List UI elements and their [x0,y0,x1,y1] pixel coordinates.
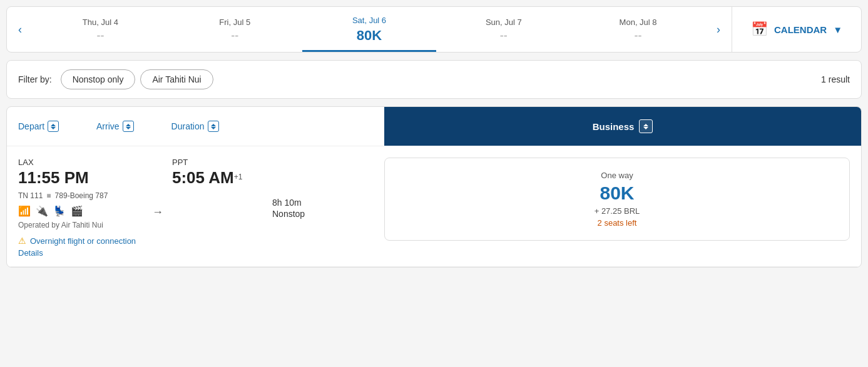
date-price-mon: -- [635,29,642,43]
price-section: One way 80K + 27.25 BRL 2 seats left [384,158,850,241]
date-label-thu: Thu, Jul 4 [83,18,118,27]
date-item-mon-jul8[interactable]: Mon, Jul 8 -- [571,7,705,52]
result-count: 1 result [821,74,850,84]
sort-down-icon [211,127,216,129]
prev-date-button[interactable]: ‹ [7,7,33,52]
cabin-class-label: Business [593,121,635,132]
duration-section: 8h 10m Nonstop [272,158,305,258]
amenities-icons: 📶 🔌 💺 🎬 [18,205,143,217]
results-container: Depart Arrive Duration [6,106,862,268]
calendar-label: CALENDAR [774,24,827,35]
depart-sort-header[interactable]: Depart [18,121,59,132]
date-item-fri-jul5[interactable]: Fri, Jul 5 -- [168,7,302,52]
arrive-header-label: Arrive [96,121,120,131]
depart-header-label: Depart [18,121,44,131]
date-label-mon: Mon, Jul 8 [620,18,657,27]
calendar-button[interactable]: 📅 CALENDAR ▼ [732,7,861,52]
overnight-warning[interactable]: ⚠ Overnight flight or connection [18,236,143,246]
arrow-icon: → [152,206,163,219]
duration-sort-header[interactable]: Duration [171,121,219,132]
calendar-icon: 📅 [751,21,768,38]
flight-number: TN 111 [18,191,43,200]
duration-sort-icon [208,121,219,132]
seat-icon: 💺 [53,205,66,217]
stops-label: Nonstop [272,209,305,219]
filter-by-label: Filter by: [18,74,52,84]
dot-separator: ■ [46,191,51,200]
date-price-sat: 80K [357,28,382,44]
price-card[interactable]: One way 80K + 27.25 BRL 2 seats left [384,158,850,241]
filter-bar: Filter by: Nonstop only Air Tahiti Nui 1… [6,60,862,99]
depart-time: 11:55 PM [18,168,143,188]
entertainment-icon: 🎬 [71,205,83,217]
column-headers: Depart Arrive Duration [7,107,861,146]
price-miles: 80K [404,183,830,204]
day-offset: +1 [234,173,243,181]
sort-down-icon [643,127,648,129]
airline-filter-button[interactable]: Air Tahiti Nui [140,69,213,89]
date-items-container: Thu, Jul 4 -- Fri, Jul 5 -- Sat, Jul 6 8… [33,7,705,52]
flight-info: LAX 11:55 PM TN 111 ■ 789-Boeing 787 📶 🔌… [18,158,384,258]
seats-left: 2 seats left [404,218,830,228]
left-column-headers: Depart Arrive Duration [18,121,384,132]
arrive-sort-icon [123,121,134,132]
date-label-fri: Fri, Jul 5 [219,18,250,27]
date-price-sun: -- [500,29,508,43]
nonstop-filter-button[interactable]: Nonstop only [61,69,136,89]
flight-row: LAX 11:55 PM TN 111 ■ 789-Boeing 787 📶 🔌… [7,146,861,267]
details-link[interactable]: Details [18,248,143,258]
calendar-chevron-icon: ▼ [833,24,842,35]
business-sort-icon [639,119,653,133]
sort-up-icon [51,124,56,126]
one-way-label: One way [404,171,830,180]
sort-up-icon [126,124,131,126]
power-icon: 🔌 [36,205,48,217]
arrive-airport: PPT [172,158,272,167]
depart-airport: LAX [18,158,143,167]
wifi-icon: 📶 [18,205,31,217]
flight-meta: TN 111 ■ 789-Boeing 787 [18,191,143,200]
warning-icon: ⚠ [18,236,26,246]
arrive-section: PPT 5:05 AM+1 [172,158,272,258]
aircraft-type: 789-Boeing 787 [55,191,108,200]
date-label-sat: Sat, Jul 6 [352,16,386,25]
date-price-fri: -- [231,29,238,43]
sort-up-icon [211,124,216,126]
date-item-sun-jul7[interactable]: Sun, Jul 7 -- [436,7,571,52]
duration-header-label: Duration [171,121,205,131]
duration-time: 8h 10m [272,198,305,208]
next-date-button[interactable]: › [705,7,732,52]
sort-down-icon [51,127,56,129]
date-selector: ‹ Thu, Jul 4 -- Fri, Jul 5 -- Sat, Jul 6… [6,6,862,53]
date-item-thu-jul4[interactable]: Thu, Jul 4 -- [33,7,168,52]
date-price-thu: -- [96,29,104,43]
overnight-warning-text: Overnight flight or connection [30,236,136,246]
arrow-section: → [143,158,172,258]
arrive-sort-header[interactable]: Arrive [96,121,134,132]
arrive-time: 5:05 AM [172,168,234,187]
cabin-class-header[interactable]: Business [384,107,861,146]
sort-down-icon [126,127,131,129]
price-brl: + 27.25 BRL [404,206,830,216]
depart-sort-icon [48,121,59,132]
sort-up-icon [643,124,648,126]
depart-section: LAX 11:55 PM TN 111 ■ 789-Boeing 787 📶 🔌… [18,158,143,258]
date-item-sat-jul6[interactable]: Sat, Jul 6 80K [302,7,437,52]
operated-by: Operated by Air Tahiti Nui [18,221,143,229]
date-label-sun: Sun, Jul 7 [486,18,522,27]
